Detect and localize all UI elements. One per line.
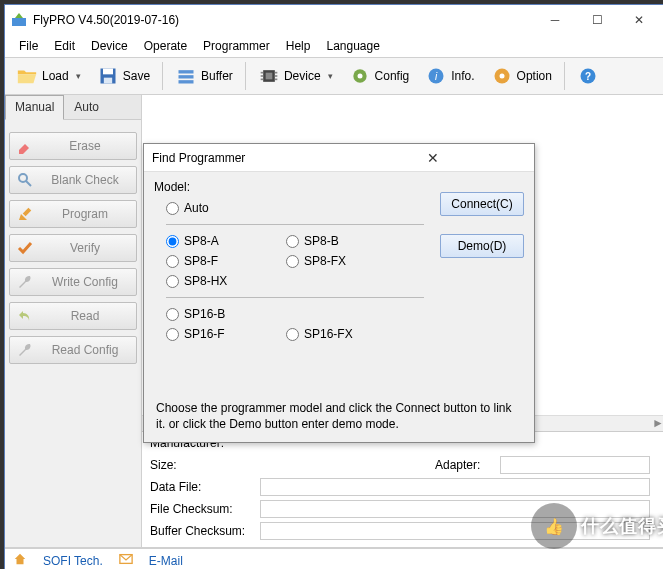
menu-device[interactable]: Device	[85, 37, 134, 55]
model-label: Model:	[154, 180, 430, 194]
info-button[interactable]: i Info.	[418, 60, 481, 92]
folder-open-icon	[16, 65, 38, 87]
menu-programmer[interactable]: Programmer	[197, 37, 276, 55]
svg-point-17	[357, 74, 362, 79]
svg-point-21	[499, 74, 504, 79]
close-button[interactable]: ✕	[618, 6, 660, 34]
help-icon: ?	[577, 65, 599, 87]
svg-text:?: ?	[585, 71, 591, 82]
config-button[interactable]: Config	[342, 60, 417, 92]
dialog-hint: Choose the programmer model and click th…	[144, 396, 534, 442]
file-checksum-label: File Checksum:	[150, 502, 260, 516]
svg-marker-1	[15, 13, 23, 18]
radio-sp8f[interactable]: SP8-F	[166, 254, 276, 268]
svg-rect-3	[103, 69, 113, 75]
adapter-value	[500, 456, 650, 474]
svg-rect-5	[179, 70, 194, 73]
wrench-icon	[16, 273, 34, 291]
radio-sp16b[interactable]: SP16-B	[166, 307, 276, 321]
svg-rect-28	[23, 208, 31, 216]
svg-rect-4	[104, 78, 112, 84]
title-bar: FlyPRO V4.50(2019-07-16) ─ ☐ ✕	[5, 5, 663, 35]
model-group: Model: Auto SP8-A SP8-B SP8-F SP8-FX SP8…	[154, 180, 430, 392]
svg-point-25	[19, 174, 27, 182]
maximize-button[interactable]: ☐	[576, 6, 618, 34]
write-config-button[interactable]: Write Config	[9, 268, 137, 296]
menu-edit[interactable]: Edit	[48, 37, 81, 55]
datafile-label: Data File:	[150, 480, 260, 494]
find-programmer-dialog: Find Programmer ✕ Model: Auto SP8-A SP8-…	[143, 143, 535, 443]
datafile-value	[260, 478, 650, 496]
radio-sp16fx[interactable]: SP16-FX	[286, 327, 396, 341]
menu-language[interactable]: Language	[320, 37, 385, 55]
app-icon	[11, 12, 27, 28]
dialog-title: Find Programmer	[152, 151, 339, 165]
connect-button[interactable]: Connect(C)	[440, 192, 524, 216]
app-window: FlyPRO V4.50(2019-07-16) ─ ☐ ✕ File Edit…	[4, 4, 663, 569]
dialog-close-button[interactable]: ✕	[339, 150, 526, 166]
info-panel: Manufacturer: Size: Adapter: Data File: …	[142, 432, 663, 547]
undo-icon	[16, 307, 34, 325]
minimize-button[interactable]: ─	[534, 6, 576, 34]
mail-icon	[119, 552, 133, 569]
save-button[interactable]: Save	[90, 60, 157, 92]
eraser-icon	[16, 137, 34, 155]
home-icon	[13, 552, 27, 569]
mode-tabs: Manual Auto	[5, 95, 141, 120]
company-link[interactable]: SOFI Tech.	[43, 554, 103, 568]
help-button[interactable]: ?	[570, 60, 606, 92]
radio-sp8a[interactable]: SP8-A	[166, 234, 276, 248]
options-icon	[491, 65, 513, 87]
email-link[interactable]: E-Mail	[149, 554, 183, 568]
tool-bar: Load Save Buffer Device Config i Info. O…	[5, 57, 663, 95]
menu-operate[interactable]: Operate	[138, 37, 193, 55]
demo-button[interactable]: Demo(D)	[440, 234, 524, 258]
radio-sp16f[interactable]: SP16-F	[166, 327, 276, 341]
verify-button[interactable]: Verify	[9, 234, 137, 262]
read-button[interactable]: Read	[9, 302, 137, 330]
svg-rect-7	[179, 80, 194, 83]
svg-rect-0	[12, 18, 26, 26]
svg-rect-9	[266, 73, 273, 80]
file-checksum-value	[260, 500, 650, 518]
svg-marker-24	[19, 144, 29, 154]
left-pane: Manual Auto Erase Blank Check Program Ve…	[5, 95, 142, 547]
svg-rect-6	[179, 75, 194, 78]
tab-auto[interactable]: Auto	[64, 95, 109, 119]
dialog-title-bar: Find Programmer ✕	[144, 144, 534, 172]
adapter-label: Adapter:	[435, 458, 500, 472]
read-config-button[interactable]: Read Config	[9, 336, 137, 364]
buffer-checksum-label: Buffer Checksum:	[150, 524, 260, 538]
menu-help[interactable]: Help	[280, 37, 317, 55]
chip-icon	[258, 65, 280, 87]
tab-manual[interactable]: Manual	[5, 95, 64, 120]
search-icon	[16, 171, 34, 189]
size-label: Size:	[150, 458, 260, 472]
radio-sp8hx[interactable]: SP8-HX	[166, 274, 276, 288]
status-bar: SOFI Tech. E-Mail	[5, 548, 663, 569]
wrench-icon	[16, 341, 34, 359]
window-title: FlyPRO V4.50(2019-07-16)	[33, 13, 534, 27]
menu-file[interactable]: File	[13, 37, 44, 55]
info-icon: i	[425, 65, 447, 87]
erase-button[interactable]: Erase	[9, 132, 137, 160]
buffer-button[interactable]: Buffer	[168, 60, 240, 92]
load-button[interactable]: Load	[9, 60, 88, 92]
save-icon	[97, 65, 119, 87]
svg-line-26	[26, 181, 31, 186]
buffer-checksum-value	[260, 522, 650, 540]
buffer-icon	[175, 65, 197, 87]
menu-bar: File Edit Device Operate Programmer Help…	[5, 35, 663, 57]
radio-auto[interactable]: Auto	[166, 201, 276, 215]
pencil-icon	[16, 205, 34, 223]
option-button[interactable]: Option	[484, 60, 559, 92]
program-button[interactable]: Program	[9, 200, 137, 228]
check-icon	[16, 239, 34, 257]
svg-marker-29	[15, 554, 26, 565]
blank-check-button[interactable]: Blank Check	[9, 166, 137, 194]
radio-sp8fx[interactable]: SP8-FX	[286, 254, 396, 268]
device-button[interactable]: Device	[251, 60, 340, 92]
radio-sp8b[interactable]: SP8-B	[286, 234, 396, 248]
gear-icon	[349, 65, 371, 87]
